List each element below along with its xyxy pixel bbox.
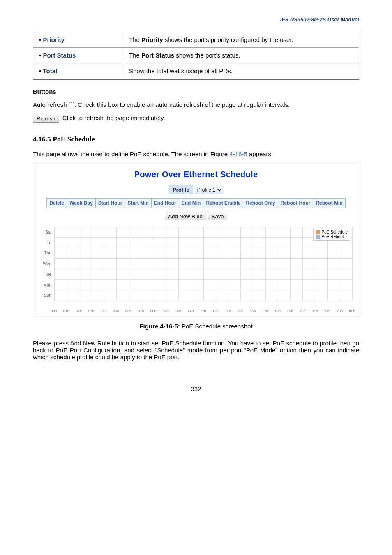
col-header: Start Hour (95, 199, 125, 208)
refresh-text: : Click to refresh the page immediately. (59, 114, 165, 121)
x-tick: 10h (175, 309, 181, 313)
y-tick: Sun (40, 293, 53, 298)
y-tick: Tue (40, 272, 53, 277)
x-tick: 09h (163, 309, 169, 313)
auto-refresh-text-b: : Check this box to enable an automatic … (74, 101, 290, 108)
figure-caption-b: PoE Schedule screenshot (182, 323, 253, 330)
legend-b: PoE Reboot (322, 234, 344, 239)
col-header: End Hour (151, 199, 179, 208)
refresh-button-image: Refresh (33, 115, 59, 123)
x-tick: 02h (76, 309, 82, 313)
poe-profile-row: Profile Profile 1 (36, 186, 356, 194)
figure-caption-a: Figure 4-16-5: (139, 323, 182, 330)
y-axis: Sta Fri Thu Wed Tue Mon Sun (40, 227, 53, 301)
refresh-line: Refresh: Click to refresh the page immed… (33, 114, 359, 123)
col-header: Reboot Only (243, 199, 278, 208)
x-tick: 00h (349, 309, 355, 313)
buttons-heading: Buttons (33, 88, 359, 95)
profile-label: Profile (169, 185, 193, 194)
col-header: Reboot Min (313, 199, 345, 208)
table-row: Priority The Priority shows the port's p… (33, 32, 359, 48)
x-tick: 00h (51, 309, 57, 313)
swatch-icon (316, 235, 320, 239)
col-header: Reboot Enable (203, 199, 243, 208)
y-tick: Fri (40, 240, 53, 245)
x-tick: 20h (299, 309, 305, 313)
row-label: Total (39, 67, 57, 74)
x-tick: 03h (88, 309, 94, 313)
row-text-c: shows the port's status. (174, 52, 240, 59)
x-tick: 12h (200, 309, 206, 313)
section-heading: 4.16.5 PoE Schedule (33, 135, 359, 143)
poe-title: Power Over Ethernet Schedule (36, 170, 356, 179)
chart-legend: PoE Schedule PoE Reboot (313, 228, 350, 241)
profile-select[interactable]: Profile 1 (195, 186, 223, 194)
x-tick: 13h (212, 309, 219, 313)
x-tick: 01h (63, 309, 69, 313)
y-tick: Wed (40, 261, 53, 266)
x-tick: 07h (138, 309, 144, 313)
row-text-b: Priority (141, 36, 163, 43)
col-header: End Min (179, 199, 203, 208)
schedule-columns: Delete Week Day Start Hour Start Min End… (46, 198, 346, 208)
col-header: Week Day (67, 199, 95, 208)
figure-link[interactable]: 4-16-5 (229, 150, 247, 157)
chart-grid (54, 227, 352, 301)
schedule-chart: Sta Fri Thu Wed Tue Mon Sun 00h01h02h03h… (40, 227, 352, 313)
row-text-a: The (129, 52, 141, 59)
table-row: Total Show the total watts usage of all … (33, 63, 359, 79)
table-row: Port Status The Port Status shows the po… (33, 48, 359, 63)
x-tick: 18h (274, 309, 281, 313)
x-tick: 04h (100, 309, 106, 313)
row-label: Priority (39, 36, 65, 43)
row-text-a: The (129, 36, 141, 43)
poe-screenshot: Power Over Ethernet Schedule Profile Pro… (33, 164, 359, 316)
x-tick: 11h (187, 309, 194, 313)
x-tick: 06h (125, 309, 131, 313)
x-tick: 08h (150, 309, 156, 313)
row-text-c: Show the total watts usage of all PDs. (129, 67, 233, 74)
x-tick: 19h (287, 309, 293, 313)
save-button[interactable]: Save (208, 213, 228, 220)
auto-refresh-line: Auto-refresh : Check this box to enable … (33, 101, 359, 108)
x-tick: 17h (262, 309, 268, 313)
x-tick: 15h (237, 309, 243, 313)
auto-refresh-text-a: Auto-refresh (33, 101, 69, 108)
x-tick: 16h (249, 309, 256, 313)
page-number: 332 (33, 385, 359, 392)
x-tick: 14h (225, 309, 231, 313)
col-header: Reboot Hour (278, 199, 313, 208)
col-header: Start Min (125, 199, 151, 208)
add-new-rule-button[interactable]: Add New Rule (165, 213, 206, 220)
swatch-icon (316, 230, 320, 234)
legend-a: PoE Schedule (322, 230, 348, 234)
y-tick: Sta (40, 230, 53, 234)
info-table: Priority The Priority shows the port's p… (33, 31, 359, 80)
col-header: Delete (47, 199, 67, 208)
row-text-b: Port Status (141, 52, 174, 59)
row-text-c: shows the port's priority configured by … (163, 36, 293, 43)
intro-a: This page allows the user to define PoE … (33, 150, 229, 157)
body-paragraph: Please press Add New Rule button to star… (33, 340, 359, 361)
y-tick: Thu (40, 251, 53, 255)
x-tick: 05h (113, 309, 119, 313)
y-tick: Mon (40, 283, 53, 287)
section-intro: This page allows the user to define PoE … (33, 150, 359, 157)
checkbox-icon (69, 102, 74, 108)
x-tick: 22h (324, 309, 330, 313)
figure-caption: Figure 4-16-5: PoE Schedule screenshot (33, 323, 359, 330)
schedule-buttons: Add New Rule Save (36, 212, 356, 220)
intro-b: appears. (247, 150, 273, 157)
x-tick: 21h (312, 309, 318, 313)
x-tick: 23h (337, 309, 343, 313)
manual-header: IFS NS3502-8P-2S User Manual (33, 16, 359, 23)
row-label: Port Status (39, 52, 76, 59)
